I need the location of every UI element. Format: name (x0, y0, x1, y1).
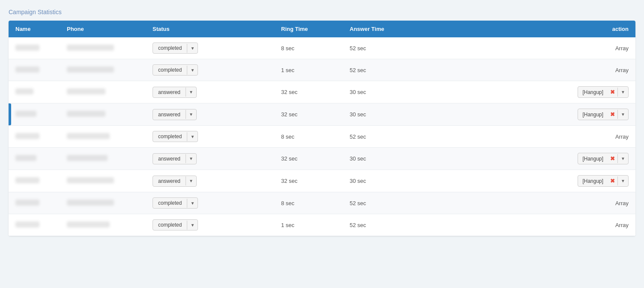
row-indicator (9, 103, 11, 125)
cell-phone (60, 192, 146, 214)
table-container: Name Phone Status Ring Time Answer Time … (9, 21, 635, 236)
phone-blurred (67, 111, 105, 117)
cell-answer-time: 30 sec (343, 148, 428, 170)
cell-ring-time: 8 sec (274, 192, 343, 214)
table-row: answered▼32 sec30 sec[Hangup]✖▼ (9, 81, 635, 103)
status-button-group: completed▼ (153, 64, 198, 76)
hangup-dropdown-button[interactable]: ▼ (617, 176, 628, 185)
cell-name (9, 81, 60, 103)
hangup-close-button[interactable]: ✖ (608, 153, 617, 164)
cell-ring-time: 32 sec (274, 148, 343, 170)
cell-ring-time: 32 sec (274, 170, 343, 192)
cell-name (9, 148, 60, 170)
cell-ring-time: 32 sec (274, 81, 343, 103)
hangup-close-button[interactable]: ✖ (608, 176, 617, 186)
header-ring-time: Ring Time (274, 21, 343, 37)
cell-ring-time: 8 sec (274, 126, 343, 148)
cell-phone (60, 126, 146, 148)
cell-phone (60, 103, 146, 126)
status-dropdown-button[interactable]: ▼ (186, 110, 196, 119)
table-row: completed▼8 sec52 secArray (9, 126, 635, 148)
status-dropdown-button[interactable]: ▼ (186, 176, 196, 185)
hangup-button-group: [Hangup]✖▼ (578, 153, 629, 164)
cell-answer-time: 30 sec (343, 81, 428, 103)
campaign-table: Name Phone Status Ring Time Answer Time … (9, 21, 635, 236)
cell-action: Array (428, 192, 635, 214)
hangup-label: [Hangup] (578, 87, 608, 97)
cell-name (9, 103, 60, 126)
cell-status: answered▼ (146, 81, 274, 103)
cell-action: [Hangup]✖▼ (428, 170, 635, 192)
cell-status: answered▼ (146, 170, 274, 192)
table-row: completed▼1 sec52 secArray (9, 59, 635, 81)
status-dropdown-button[interactable]: ▼ (187, 132, 198, 141)
cell-action: [Hangup]✖▼ (428, 103, 635, 126)
cell-phone (60, 214, 146, 236)
status-dropdown-button[interactable]: ▼ (187, 221, 198, 230)
table-row: answered▼32 sec30 sec[Hangup]✖▼ (9, 103, 635, 126)
cell-answer-time: 52 sec (343, 59, 428, 81)
phone-blurred (67, 67, 114, 73)
name-blurred (15, 67, 39, 73)
hangup-label: [Hangup] (578, 176, 608, 186)
name-blurred (15, 155, 36, 161)
cell-name (9, 126, 60, 148)
cell-action: Array (428, 214, 635, 236)
cell-action: Array (428, 126, 635, 148)
cell-phone (60, 148, 146, 170)
status-button-group: completed▼ (153, 42, 198, 54)
table-row: completed▼8 sec52 secArray (9, 192, 635, 214)
hangup-close-button[interactable]: ✖ (608, 109, 617, 120)
hangup-label: [Hangup] (578, 154, 608, 164)
name-blurred (15, 133, 39, 139)
cell-name (9, 170, 60, 192)
phone-blurred (67, 200, 114, 206)
hangup-label: [Hangup] (578, 109, 608, 120)
status-button-group: answered▼ (153, 153, 197, 164)
status-label: completed (153, 198, 187, 208)
hangup-dropdown-button[interactable]: ▼ (617, 154, 628, 163)
status-dropdown-button[interactable]: ▼ (187, 66, 198, 75)
status-button-group: answered▼ (153, 87, 197, 98)
name-blurred (15, 88, 33, 94)
header-name: Name (9, 21, 60, 37)
hangup-dropdown-button[interactable]: ▼ (617, 110, 628, 119)
action-array-label: Array (615, 200, 629, 206)
phone-blurred (67, 177, 114, 183)
status-dropdown-button[interactable]: ▼ (186, 154, 196, 163)
cell-name (9, 59, 60, 81)
name-blurred (15, 200, 39, 206)
cell-answer-time: 52 sec (343, 37, 428, 59)
status-label: completed (153, 220, 187, 230)
cell-ring-time: 1 sec (274, 59, 343, 81)
name-blurred (15, 111, 36, 117)
hangup-dropdown-button[interactable]: ▼ (617, 88, 628, 97)
status-button-group: completed▼ (153, 131, 198, 142)
cell-phone (60, 81, 146, 103)
status-label: completed (153, 43, 187, 53)
status-label: answered (153, 109, 186, 120)
cell-ring-time: 8 sec (274, 37, 343, 59)
action-array-label: Array (615, 67, 629, 73)
table-row: completed▼8 sec52 secArray (9, 37, 635, 59)
header-answer-time: Answer Time (343, 21, 428, 37)
status-label: completed (153, 131, 187, 142)
cell-status: completed▼ (146, 192, 274, 214)
cell-status: answered▼ (146, 103, 274, 126)
phone-blurred (67, 221, 110, 227)
cell-ring-time: 1 sec (274, 214, 343, 236)
hangup-close-button[interactable]: ✖ (608, 87, 617, 97)
cell-name (9, 214, 60, 236)
phone-blurred (67, 45, 114, 51)
status-dropdown-button[interactable]: ▼ (187, 199, 198, 208)
status-dropdown-button[interactable]: ▼ (186, 88, 196, 97)
status-dropdown-button[interactable]: ▼ (187, 44, 198, 53)
cell-phone (60, 59, 146, 81)
cell-action: Array (428, 37, 635, 59)
cell-phone (60, 170, 146, 192)
cell-name (9, 37, 60, 59)
name-blurred (15, 45, 39, 51)
cell-status: answered▼ (146, 148, 274, 170)
status-button-group: completed▼ (153, 219, 198, 230)
header-phone: Phone (60, 21, 146, 37)
